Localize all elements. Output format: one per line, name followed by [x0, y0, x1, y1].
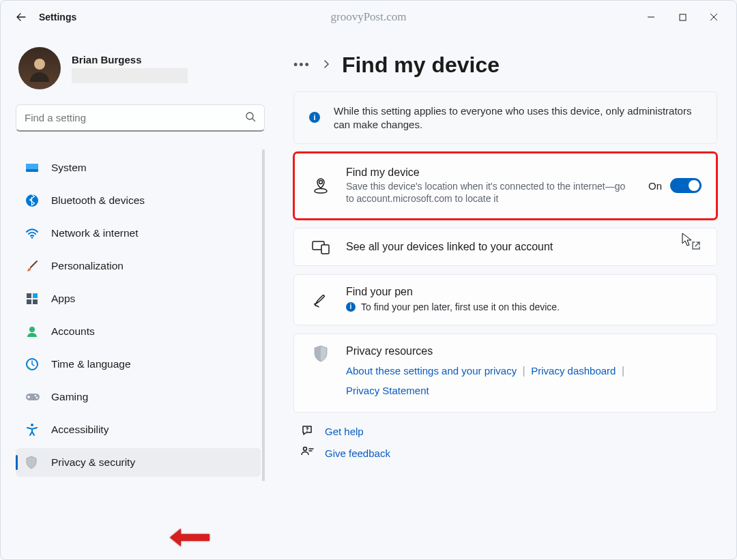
nav-label: Accounts [51, 325, 95, 338]
nav-label: Gaming [51, 391, 88, 403]
info-icon: i [346, 302, 356, 312]
app-title: Settings [39, 12, 76, 23]
svg-rect-10 [33, 299, 38, 304]
get-help-row[interactable]: Get help [300, 424, 717, 440]
shield-icon [309, 345, 332, 363]
svg-point-1 [34, 59, 45, 70]
info-banner-text: While this setting applies to everyone w… [334, 104, 702, 132]
privacy-resources-card: Privacy resources About these settings a… [293, 334, 717, 413]
system-icon [25, 161, 44, 175]
nav-label: Personalization [51, 260, 124, 272]
nav-item-apps[interactable]: Apps [16, 284, 261, 313]
external-link-icon [691, 240, 702, 254]
privacy-link-statement[interactable]: Privacy Statement [346, 385, 429, 396]
nav-label: Accessibility [51, 424, 109, 436]
apps-icon [25, 292, 44, 306]
nav-item-accessibility[interactable]: Accessibility [16, 415, 261, 444]
find-pen-title: Find your pen [346, 286, 702, 298]
time-icon [25, 357, 44, 371]
svg-point-2 [246, 113, 253, 119]
search-box[interactable] [16, 104, 265, 132]
breadcrumb-more-icon[interactable]: ••• [293, 58, 310, 72]
scrollbar[interactable] [262, 149, 265, 481]
nav-label: Apps [51, 293, 75, 305]
linked-devices-title: See all your devices linked to your acco… [346, 241, 677, 253]
watermark-label: groovyPost.com [331, 10, 407, 24]
title-bar: Settings groovyPost.com [1, 1, 736, 33]
nav-item-gaming[interactable]: Gaming [16, 383, 261, 411]
find-pen-desc: To find your pen later, first use it on … [361, 301, 560, 314]
nav-list: System Bluetooth & devices Network & int… [16, 149, 265, 481]
brush-icon [25, 259, 44, 273]
avatar [18, 47, 61, 89]
svg-point-6 [31, 237, 33, 239]
privacy-resources-title: Privacy resources [346, 345, 702, 357]
help-icon [300, 424, 314, 440]
svg-point-17 [319, 181, 323, 184]
find-my-device-card[interactable]: Find my device Save this device's locati… [293, 152, 717, 220]
bluetooth-icon [25, 194, 44, 207]
avatar-placeholder-icon [26, 55, 53, 82]
feedback-icon [300, 445, 314, 462]
page-title: Find my device [342, 53, 500, 78]
svg-rect-19 [321, 245, 329, 254]
svg-rect-7 [27, 293, 31, 298]
info-banner: i While this setting applies to everyone… [293, 91, 717, 144]
user-profile[interactable]: Brian Burgess [16, 47, 265, 89]
svg-rect-9 [27, 299, 31, 304]
privacy-link-about[interactable]: About these settings and your privacy [346, 365, 517, 377]
user-email-redacted [72, 68, 188, 83]
linked-devices-card[interactable]: See all your devices linked to your acco… [293, 228, 717, 266]
accessibility-icon [25, 423, 44, 437]
svg-rect-4 [26, 164, 38, 169]
find-pen-card[interactable]: Find your pen i To find your pen later, … [293, 274, 717, 325]
svg-rect-8 [33, 293, 38, 298]
maximize-icon [679, 14, 687, 21]
accounts-icon [25, 325, 44, 338]
search-input[interactable] [25, 112, 245, 123]
nav-item-network[interactable]: Network & internet [16, 219, 261, 248]
close-icon [710, 13, 718, 21]
chevron-right-icon [323, 59, 330, 71]
toggle-state-label: On [648, 180, 662, 192]
nav-item-system[interactable]: System [16, 153, 261, 182]
svg-point-15 [36, 397, 38, 399]
find-my-device-desc: Save this device's location when it's co… [346, 180, 635, 206]
user-name: Brian Burgess [72, 54, 188, 65]
svg-point-16 [31, 424, 33, 426]
privacy-link-dashboard[interactable]: Privacy dashboard [531, 365, 616, 377]
nav-item-privacy-security[interactable]: Privacy & security [16, 448, 261, 477]
callout-arrow [169, 527, 211, 548]
minimize-icon [647, 13, 655, 21]
give-feedback-row[interactable]: Give feedback [300, 445, 717, 462]
maximize-button[interactable] [667, 6, 698, 28]
get-help-label: Get help [325, 426, 364, 437]
find-my-device-title: Find my device [346, 166, 635, 179]
nav-item-accounts[interactable]: Accounts [16, 317, 261, 346]
window-controls [635, 6, 729, 28]
svg-rect-0 [680, 14, 686, 20]
location-pin-icon [309, 177, 332, 194]
nav-label: Bluetooth & devices [51, 194, 145, 207]
back-arrow-icon [16, 12, 27, 23]
devices-icon [309, 239, 332, 254]
info-icon: i [309, 112, 320, 123]
minimize-button[interactable] [635, 6, 667, 28]
nav-label: Time & language [51, 358, 131, 370]
breadcrumb: ••• Find my device [293, 53, 717, 78]
main-content: ••• Find my device i While this setting … [270, 33, 736, 559]
nav-item-bluetooth[interactable]: Bluetooth & devices [16, 186, 261, 215]
nav-item-personalization[interactable]: Personalization [16, 252, 261, 280]
gaming-icon [25, 392, 44, 402]
sidebar: Brian Burgess System Bluetooth & devices… [1, 33, 270, 559]
close-button[interactable] [698, 6, 729, 28]
give-feedback-label: Give feedback [325, 447, 390, 459]
nav-label: Network & internet [51, 227, 139, 239]
svg-point-11 [29, 327, 35, 332]
pen-icon [309, 292, 332, 308]
nav-label: System [51, 162, 87, 174]
nav-item-time-language[interactable]: Time & language [16, 350, 261, 379]
back-button[interactable] [8, 3, 35, 31]
search-icon [245, 111, 256, 125]
find-my-device-toggle[interactable] [670, 178, 702, 193]
